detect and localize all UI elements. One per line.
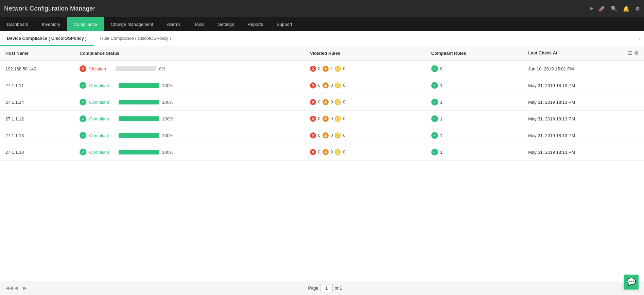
monitor-icon[interactable]: ⎈ bbox=[590, 5, 593, 12]
progress-bar-bg bbox=[116, 66, 156, 71]
warning-icon: ⚠ bbox=[323, 82, 329, 88]
tab-bar: Device Compliance ( CiscoIOSPolicy ) Rul… bbox=[0, 31, 644, 46]
warning-icon: ⚠ bbox=[323, 66, 329, 72]
critical-count: 0 bbox=[318, 66, 320, 71]
warning-count: 0 bbox=[331, 133, 333, 138]
nav-item-support[interactable]: Support bbox=[270, 17, 299, 31]
bell-icon[interactable]: 🔔 bbox=[623, 5, 630, 12]
nav-item-compliance[interactable]: Compliance bbox=[67, 17, 104, 31]
progress-text: 100% bbox=[162, 116, 173, 121]
progress-bar-fill bbox=[119, 100, 159, 104]
critical-icon: ✕ bbox=[310, 149, 316, 155]
col-lastcheck: Last Check At ☷ ⚙ bbox=[523, 46, 644, 60]
grid-icon[interactable]: ☷ bbox=[628, 50, 632, 56]
cell-status: ✓Compliant100% bbox=[74, 111, 304, 127]
compliant-count: 1 bbox=[440, 83, 442, 88]
cell-compliant: ✓0 bbox=[426, 60, 523, 77]
status-text: Compliant bbox=[89, 83, 109, 88]
cell-compliant: ✓1 bbox=[426, 94, 523, 111]
violation-icon: ✕ bbox=[80, 65, 86, 72]
cell-lastcheck: May 31, 2019 18:13 PM bbox=[523, 127, 644, 144]
info-icon: ⓘ bbox=[335, 99, 341, 105]
compliant-icon: ✓ bbox=[80, 99, 86, 105]
progress-bar-fill bbox=[119, 150, 159, 154]
cell-violated: ✕0⚠0ⓘ0 bbox=[304, 144, 426, 161]
info-count: 0 bbox=[343, 66, 345, 71]
cell-status: ✓Compliant100% bbox=[74, 77, 304, 94]
search-icon[interactable]: 🔍 bbox=[611, 5, 617, 12]
tab-rule-compliance[interactable]: Rule Compliance ( CiscoIOSPolicy ) bbox=[93, 31, 178, 46]
status-text: Compliant bbox=[89, 116, 109, 121]
rocket-icon[interactable]: 🚀 bbox=[598, 5, 605, 12]
nav-item-alarms[interactable]: Alarms bbox=[160, 17, 187, 31]
cell-hostname: 27.1.1.12 bbox=[0, 111, 74, 127]
page-label: Page bbox=[308, 285, 318, 291]
cell-status: ✕Violation0% bbox=[74, 60, 304, 77]
cell-compliant: ✓1 bbox=[426, 77, 523, 94]
progress-bar-bg bbox=[119, 100, 159, 104]
info-icon: ⓘ bbox=[335, 149, 341, 155]
progress-text: 100% bbox=[162, 100, 173, 105]
footer-left: ◀◀ ◀ ▶ bbox=[5, 285, 29, 291]
nav-item-dashboard[interactable]: Dashboard bbox=[0, 17, 35, 31]
info-count: 0 bbox=[343, 150, 345, 154]
status-text: Compliant bbox=[89, 133, 109, 138]
warning-count: 0 bbox=[331, 116, 333, 121]
info-icon: ⓘ bbox=[335, 82, 341, 88]
warning-icon: ⚠ bbox=[323, 149, 329, 155]
warning-icon: ⚠ bbox=[323, 99, 329, 105]
col-violated: Violated Rules bbox=[304, 46, 426, 60]
tab-arrow: › bbox=[636, 31, 644, 46]
info-count: 0 bbox=[343, 116, 345, 121]
table-row: 27.1.1.13✓Compliant100%✕0⚠0ⓘ0✓1May 31, 2… bbox=[0, 127, 644, 144]
next-icon[interactable]: ▶ bbox=[23, 285, 29, 291]
critical-icon: ✕ bbox=[310, 132, 316, 138]
cell-lastcheck: May 31, 2019 18:13 PM bbox=[523, 111, 644, 127]
warning-icon: ⚠ bbox=[323, 132, 329, 138]
cell-compliant: ✓1 bbox=[426, 111, 523, 127]
prev-icon[interactable]: ◀ bbox=[14, 285, 20, 291]
footer: ◀◀ ◀ ▶ Page of 1 100 bbox=[0, 281, 644, 295]
compliant-icon: ✓ bbox=[80, 82, 86, 89]
nav-item-change-management[interactable]: Change Management bbox=[104, 17, 160, 31]
compliance-table: Host Name Compliance Status Violated Rul… bbox=[0, 46, 644, 161]
cell-compliant: ✓1 bbox=[426, 144, 523, 161]
compliant-icon: ✓ bbox=[80, 132, 86, 139]
nav-item-inventory[interactable]: Inventory bbox=[35, 17, 67, 31]
progress-bar-fill bbox=[119, 83, 159, 88]
critical-icon: ✕ bbox=[310, 99, 316, 105]
table-row: 192.168.50.140✕Violation0%✕0⚠1ⓘ0✓0Jun 10… bbox=[0, 60, 644, 77]
chat-button[interactable]: 💬 bbox=[624, 275, 639, 290]
compliant-check-icon: ✓ bbox=[431, 65, 438, 72]
cell-lastcheck: May 31, 2019 18:13 PM bbox=[523, 77, 644, 94]
progress-bar-bg bbox=[119, 133, 159, 138]
compliant-check-icon: ✓ bbox=[431, 82, 438, 89]
nav-item-tools[interactable]: Tools bbox=[187, 17, 211, 31]
critical-count: 0 bbox=[318, 83, 320, 88]
nav-item-settings[interactable]: Settings bbox=[211, 17, 241, 31]
app-title: Network Configuration Manager bbox=[4, 5, 95, 12]
status-text: Compliant bbox=[89, 100, 109, 105]
cell-violated: ✕0⚠0ⓘ0 bbox=[304, 94, 426, 111]
cell-hostname: 27.1.1.14 bbox=[0, 94, 74, 111]
compliant-count: 1 bbox=[440, 100, 442, 105]
title-bar-icons: ⎈ 🚀 🔍 🔔 ⚙ bbox=[590, 5, 640, 12]
progress-bar-bg bbox=[119, 83, 159, 88]
critical-icon: ✕ bbox=[310, 82, 316, 88]
cell-violated: ✕0⚠0ⓘ0 bbox=[304, 77, 426, 94]
warning-count: 0 bbox=[331, 100, 333, 104]
tab-device-compliance[interactable]: Device Compliance ( CiscoIOSPolicy ) bbox=[0, 31, 93, 46]
settings-col-icon[interactable]: ⚙ bbox=[634, 50, 639, 56]
cell-hostname: 192.168.50.140 bbox=[0, 60, 74, 77]
warning-count: 1 bbox=[331, 66, 333, 71]
page-input[interactable] bbox=[320, 284, 333, 292]
info-count: 0 bbox=[343, 100, 345, 104]
cell-violated: ✕0⚠0ⓘ0 bbox=[304, 127, 426, 144]
prev-prev-icon[interactable]: ◀◀ bbox=[5, 285, 12, 291]
progress-bar-fill bbox=[119, 133, 159, 138]
critical-count: 0 bbox=[318, 100, 320, 104]
info-icon: ⓘ bbox=[335, 66, 341, 72]
progress-bar-bg bbox=[119, 150, 159, 154]
nav-item-reports[interactable]: Reports bbox=[241, 17, 270, 31]
gear-icon[interactable]: ⚙ bbox=[635, 5, 640, 12]
